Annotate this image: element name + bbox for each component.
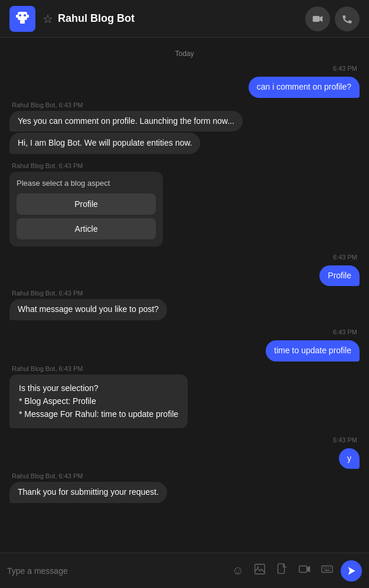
bot-message-group-2: Rahul Blog Bot, 6:43 PM What message wou… [9,290,360,321]
message-bubble: time to update profile [266,340,360,362]
star-icon[interactable]: ☆ [43,12,53,26]
sender-label: Rahul Blog Bot, 6:43 PM [9,472,360,479]
bot-bubble-1: Yes you can comment on profile. Launchin… [9,111,360,132]
timestamp: 6:43 PM [9,436,360,444]
svg-rect-14 [322,566,332,573]
date-divider: Today [9,50,360,58]
timestamp: 6:43 PM [9,65,360,72]
outgoing-message-1: can i comment on profile? [9,77,360,98]
bot-message-group-3: Rahul Blog Bot, 6:43 PM Thank you for su… [9,472,360,504]
bot-icon [14,11,31,27]
confirm-line-3: * Message For Rahul: time to update prof… [19,408,178,421]
svg-rect-8 [255,564,265,574]
sender-label: Rahul Blog Bot, 6:43 PM [9,365,360,372]
svg-point-2 [19,14,21,17]
svg-rect-5 [27,15,29,18]
phone-icon [341,13,353,25]
svg-rect-4 [16,15,18,18]
emoji-icon[interactable]: ☺ [230,564,246,577]
svg-marker-20 [348,567,355,574]
bot-bubble-3: What message would you like to post? [9,299,360,320]
svg-point-9 [257,566,259,568]
input-area: ☺ [0,553,369,588]
timestamp: 6:43 PM [9,329,360,336]
confirm-line-1: Is this your selection? [19,382,178,395]
sender-label: Rahul Blog Bot, 6:43 PM [9,290,360,297]
message-bubble: y [339,448,360,469]
message-input[interactable] [7,566,225,576]
bot-confirm-group: Rahul Blog Bot, 6:43 PM Is this your sel… [9,365,360,429]
message-bubble: What message would you like to post? [9,299,167,320]
confirm-line-2: * Blog Aspect: Profile [19,395,178,408]
video-icon[interactable] [296,563,314,579]
svg-rect-6 [313,16,320,22]
confirm-bubble: Is this your selection? * Blog Aspect: P… [9,375,188,428]
video-call-button[interactable] [305,6,330,31]
chat-title: Rahul Blog Bot [58,12,135,25]
message-bubble: Profile [319,265,360,287]
article-option-button[interactable]: Article [17,218,156,239]
svg-marker-7 [319,16,322,22]
outgoing-message-3: time to update profile [9,340,360,362]
bot-bubble-2: Hi, I am Blog Bot. We will populate enti… [9,133,360,154]
svg-point-3 [24,14,26,17]
svg-rect-12 [299,566,307,573]
sender-label: Rahul Blog Bot, 6:43 PM [9,101,360,109]
image-icon[interactable] [251,563,269,579]
message-bubble: Thank you for submitting your request. [9,482,167,503]
send-icon [347,566,356,576]
aspect-selector-group: Rahul Blog Bot, 6:43 PM Please select a … [9,162,360,247]
outgoing-message-2: Profile [9,265,360,287]
file-icon[interactable] [273,563,291,579]
bot-bubble-final: Thank you for submitting your request. [9,482,360,503]
svg-marker-13 [307,566,311,573]
chat-area: Today 6:43 PM can i comment on profile? … [0,38,369,553]
chat-header: ☆ Rahul Blog Bot [0,0,369,38]
header-actions [305,6,360,31]
aspect-selector-title: Please select a blog aspect [17,179,156,188]
aspect-selector: Please select a blog aspect Profile Arti… [9,172,163,247]
timestamp: 6:43 PM [9,254,360,261]
outgoing-message-4: y [9,448,360,469]
svg-rect-1 [20,20,25,24]
keyboard-icon[interactable] [318,563,336,579]
profile-option-button[interactable]: Profile [17,193,156,215]
message-bubble: Yes you can comment on profile. Launchin… [9,111,243,132]
message-bubble: Hi, I am Blog Bot. We will populate enti… [9,133,200,154]
message-bubble: can i comment on profile? [249,77,360,98]
confirm-bubble-row: Is this your selection? * Blog Aspect: P… [9,375,360,428]
bot-message-group-1: Rahul Blog Bot, 6:43 PM Yes you can comm… [9,101,360,155]
bot-avatar [9,6,35,32]
voice-call-button[interactable] [335,6,360,31]
video-icon [312,13,324,25]
send-button[interactable] [341,560,362,582]
sender-label: Rahul Blog Bot, 6:43 PM [9,162,360,169]
